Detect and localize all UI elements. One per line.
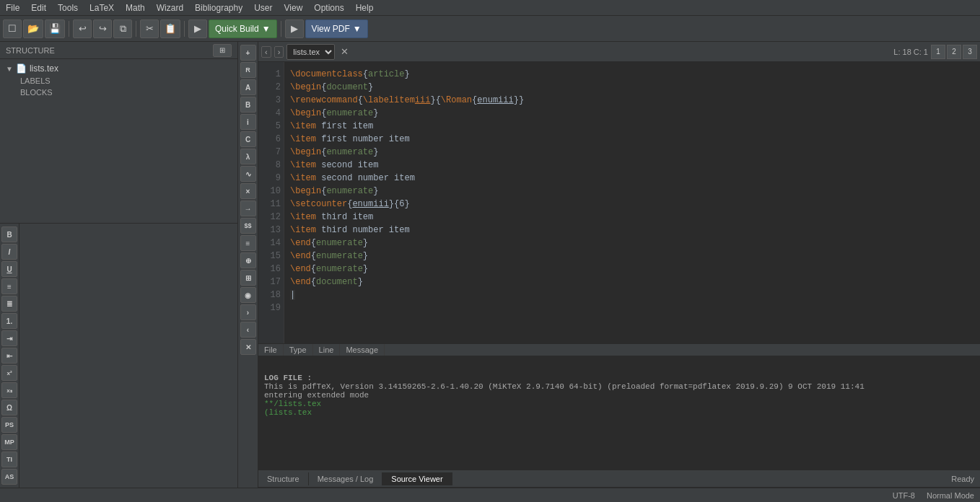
mid-icon-font[interactable]: A <box>240 79 256 95</box>
tree-root-item[interactable]: ▼ 📄 lists.tex <box>3 62 235 75</box>
btab-source-viewer[interactable]: Source Viewer <box>382 472 452 485</box>
mid-icon-wave[interactable]: ∿ <box>240 166 256 182</box>
compile-play-button[interactable]: ▶ <box>188 19 207 38</box>
menu-latex[interactable]: LaTeX <box>84 1 120 14</box>
log-line2: entering extended mode <box>264 391 974 400</box>
view-play-button[interactable]: ▶ <box>285 19 304 38</box>
mid-icon-split[interactable]: ⊞ <box>240 270 256 286</box>
menu-wizard[interactable]: Wizard <box>151 1 189 14</box>
undo-button[interactable]: ↩ <box>73 19 92 38</box>
mid-icon-merge[interactable]: ⊕ <box>240 252 256 268</box>
icon-ps[interactable]: PS <box>1 417 17 433</box>
log-line4[interactable]: (lists.tex <box>264 408 974 417</box>
menu-math[interactable]: Math <box>120 1 151 14</box>
file-icon: 📄 <box>16 63 27 74</box>
menu-tools[interactable]: Tools <box>52 1 84 14</box>
tab-close-button[interactable]: ✕ <box>338 46 351 57</box>
view-pdf-button[interactable]: View PDF ▼ <box>305 19 368 38</box>
structure-panel: STRUCTURE ⊞ ▼ 📄 lists.tex LABELS BLOCKS … <box>0 42 238 488</box>
left-section: STRUCTURE ⊞ ▼ 📄 lists.tex LABELS BLOCKS … <box>0 42 258 488</box>
tab-nav-forward[interactable]: › <box>274 46 284 58</box>
structure-expand-button[interactable]: ⊞ <box>213 44 232 57</box>
icon-underline[interactable]: U <box>1 261 17 277</box>
mid-icon-eye[interactable]: ◉ <box>240 287 256 303</box>
mid-icon-chevron-right[interactable]: › <box>240 304 256 320</box>
tree-file-name: lists.tex <box>30 63 58 74</box>
copy-doc-button[interactable]: ⧉ <box>113 19 132 38</box>
tab-num-2[interactable]: 2 <box>947 45 961 59</box>
message-row-empty <box>258 356 980 371</box>
col-type: Type <box>284 344 313 356</box>
status-encoding: UTF-8 <box>893 491 915 500</box>
mid-icon-c[interactable]: C <box>240 131 256 147</box>
tab-num-1[interactable]: 1 <box>931 45 945 59</box>
menu-view[interactable]: View <box>279 1 309 14</box>
menu-bar: File Edit Tools LaTeX Math Wizard Biblio… <box>0 0 980 16</box>
icon-align[interactable]: ≡ <box>1 278 17 294</box>
line-col-indicator: L: 18 C: 1 <box>893 48 928 56</box>
editor-top: ‹ › lists.tex ✕ L: 18 C: 1 1 2 3 <box>258 42 980 343</box>
log-line1: This is pdfTeX, Version 3.14159265-2.6-1… <box>264 382 974 391</box>
tree-arrow-icon: ▼ <box>6 65 13 73</box>
middle-icon-panel: + R A B i C λ ∿ × → $$ ≡ ⊕ ⊞ ◉ › ‹ ✕ <box>238 42 258 488</box>
col-line: Line <box>313 344 341 356</box>
code-editor[interactable]: \documentclass{article} \begin{document}… <box>284 62 980 343</box>
save-button[interactable]: 💾 <box>45 19 65 38</box>
mid-icon-bold[interactable]: B <box>240 97 256 113</box>
tree-blocks-item[interactable]: BLOCKS <box>3 87 235 98</box>
redo-button[interactable]: ↪ <box>93 19 112 38</box>
tab-num-3[interactable]: 3 <box>963 45 977 59</box>
menu-help[interactable]: Help <box>350 1 380 14</box>
mid-icon-dollar[interactable]: $$ <box>240 218 256 234</box>
new-button[interactable]: ☐ <box>3 19 22 38</box>
left-icon-strip: B I U ≡ ≣ 1. ⇥ ⇤ x² x₂ Ω PS MP TI AS <box>0 223 237 488</box>
messages-header: File Type Line Message <box>258 344 980 356</box>
icon-numbered[interactable]: 1. <box>1 313 17 329</box>
mid-icon-close[interactable]: ✕ <box>240 339 256 355</box>
icon-sub[interactable]: x₂ <box>1 382 17 398</box>
col-file: File <box>258 344 284 356</box>
btab-messages[interactable]: Messages / Log <box>309 472 383 485</box>
mid-icon-cross[interactable]: × <box>240 183 256 199</box>
icon-outdent[interactable]: ⇤ <box>1 348 17 364</box>
structure-title: STRUCTURE <box>6 46 55 55</box>
menu-file[interactable]: File <box>0 1 25 14</box>
paste-button[interactable]: 📋 <box>160 19 180 38</box>
menu-options[interactable]: Options <box>308 1 349 14</box>
icon-bold[interactable]: B <box>1 226 17 242</box>
tab-dropdown[interactable]: lists.tex <box>286 44 335 60</box>
bottom-tab-bar: Structure Messages / Log Source Viewer R… <box>258 470 980 488</box>
icon-ti[interactable]: TI <box>1 452 17 467</box>
icon-as[interactable]: AS <box>1 469 17 485</box>
btab-structure[interactable]: Structure <box>258 472 309 485</box>
mid-icon-table[interactable]: ≡ <box>240 235 256 251</box>
icon-italic[interactable]: I <box>1 244 17 260</box>
menu-bibliography[interactable]: Bibliography <box>189 1 248 14</box>
mid-icon-lambda[interactable]: λ <box>240 149 256 164</box>
sep4 <box>281 21 281 37</box>
quick-build-button[interactable]: Quick Build ▼ <box>209 19 277 38</box>
editor-body[interactable]: 12345 678910 1112131415 16171819 \docume… <box>258 62 980 343</box>
icon-indent[interactable]: ⇥ <box>1 330 17 346</box>
main-content: STRUCTURE ⊞ ▼ 📄 lists.tex LABELS BLOCKS … <box>0 42 980 488</box>
icon-list[interactable]: ≣ <box>1 296 17 312</box>
mid-icon-add[interactable]: + <box>240 45 256 61</box>
editor-column: ‹ › lists.tex ✕ L: 18 C: 1 1 2 3 <box>258 42 980 343</box>
menu-edit[interactable]: Edit <box>25 1 52 14</box>
menu-user[interactable]: User <box>248 1 278 14</box>
cut-button[interactable]: ✂ <box>140 19 159 38</box>
mid-icon-info[interactable]: i <box>240 114 256 130</box>
icon-super[interactable]: x² <box>1 365 17 381</box>
icon-omega[interactable]: Ω <box>1 400 17 415</box>
tree-labels-item[interactable]: LABELS <box>3 75 235 87</box>
mid-icon-arrow-right[interactable]: → <box>240 201 256 216</box>
open-button[interactable]: 📂 <box>23 19 43 38</box>
log-line3: **/lists.tex <box>264 400 974 408</box>
log-label: LOG FILE : <box>264 374 974 382</box>
tab-nav-back[interactable]: ‹ <box>261 46 271 58</box>
sep3 <box>184 21 185 37</box>
mid-icon-chevron-left[interactable]: ‹ <box>240 322 256 338</box>
mid-icon-ref[interactable]: R <box>240 62 256 78</box>
editor-with-bottom: ‹ › lists.tex ✕ L: 18 C: 1 1 2 3 <box>258 42 980 488</box>
icon-mp[interactable]: MP <box>1 434 17 450</box>
